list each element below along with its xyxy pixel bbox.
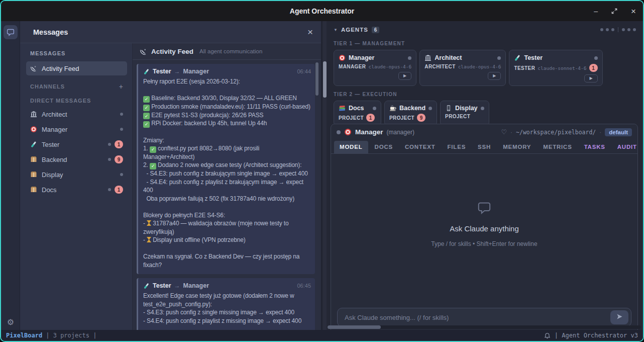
bell-icon[interactable] (544, 332, 551, 339)
agent-card-architect[interactable]: Architect ARCHITECT claude-opus-4-6 ▶ (419, 50, 506, 86)
dm-name: Tester (42, 141, 59, 148)
agent-card-tester[interactable]: Tester TESTER claude-sonnet-4-6 1 ▶ (509, 50, 602, 86)
check-icon: ✓ (150, 146, 156, 153)
app-window: Agent Orchestrator – × ⚙ Messages (0, 0, 644, 342)
check-icon: ✓ (143, 113, 150, 119)
heart-icon[interactable]: ♡ (501, 128, 507, 136)
phone-icon (445, 105, 452, 112)
panel-scrollbar-thumb[interactable] (323, 61, 327, 98)
panel-scrollbar (323, 21, 327, 330)
message-sender: Tester (153, 68, 171, 75)
messages-panel-header: Messages × (20, 21, 321, 43)
activity-feed-header: Activity Feed All agent communication (133, 43, 321, 60)
feed-title: Activity Feed (151, 48, 193, 55)
building-icon (424, 54, 432, 61)
agents-section-header[interactable]: ▼ AGENTS 6 (331, 24, 638, 35)
message-card: Tester → Manager 06:44 Pełny raport E2E … (137, 64, 315, 274)
agent-role: TESTER (514, 65, 535, 71)
agents-status-dots[interactable] (600, 27, 638, 32)
sidebar-item-activity-feed[interactable]: Activity Feed (26, 61, 127, 75)
agent-model: claude-opus-4-6 (368, 64, 411, 69)
send-button[interactable] (610, 310, 628, 324)
sidebar-item-label: Activity Feed (42, 65, 79, 72)
play-icon: ▶ (403, 73, 406, 78)
sidebar-item-display[interactable]: Display (27, 167, 126, 182)
testtube-icon (514, 54, 521, 61)
settings-button[interactable]: ⚙ (1, 317, 20, 327)
hourglass-icon (147, 237, 151, 242)
feed-scrollbar-thumb[interactable] (315, 62, 318, 96)
status-bar: PixelBoard | 3 projects | | Agent Orches… (1, 330, 643, 341)
close-icon[interactable]: × (307, 27, 313, 37)
agent-card-display[interactable]: Display PROJECT (440, 101, 489, 126)
arrow-right-icon: → (174, 68, 180, 75)
agent-name: Display (455, 105, 477, 112)
run-agent-button[interactable]: ▶ (398, 72, 411, 80)
chat-input[interactable] (345, 314, 610, 321)
tab-docs[interactable]: DOCS (369, 141, 398, 153)
separator-dot: · (599, 129, 601, 136)
agent-detail-panel: Manager (manager) ♡ · ~/workspace/pixelb… (331, 124, 638, 342)
sidebar-item-tester[interactable]: Tester 1 (27, 137, 126, 152)
target-icon (339, 54, 346, 61)
target-icon (30, 126, 37, 133)
messages-rail-button[interactable] (4, 25, 18, 39)
tier1-cards: Manager MANAGER claude-opus-4-6 ▶ Arc (331, 50, 638, 86)
unread-badge: 1 (115, 140, 123, 148)
tier2-cards: Docs PROJECT 1 Backend (331, 101, 638, 126)
dm-name: Docs (42, 186, 57, 194)
tab-metrics[interactable]: METRICS (538, 141, 577, 153)
feed-message-list: Tester → Manager 06:44 Pełny raport E2E … (133, 60, 321, 330)
agent-name: Architect (435, 54, 462, 61)
titlebar: Agent Orchestrator – × (1, 1, 643, 21)
sidebar-item-backend[interactable]: Backend 9 (27, 152, 126, 167)
close-window-icon[interactable]: × (631, 7, 636, 16)
tab-ssh[interactable]: SSH (472, 141, 496, 153)
channels-section: CHANNELS + (30, 82, 123, 91)
activity-feed: Activity Feed All agent communication Te… (133, 43, 321, 330)
package-icon (30, 186, 37, 193)
tab-tasks[interactable]: TASKS (579, 141, 611, 153)
agent-name: Docs (349, 105, 364, 112)
dm-name: Backend (42, 156, 67, 163)
testtube-icon (143, 68, 150, 75)
package-icon (30, 171, 37, 178)
horizontal-scrollbar-thumb[interactable] (328, 325, 381, 329)
agents-count-badge: 6 (372, 27, 380, 33)
minimize-icon[interactable]: – (594, 8, 598, 15)
sidebar-item-docs[interactable]: Docs 1 (27, 182, 126, 197)
tab-context[interactable]: CONTEXT (399, 141, 441, 153)
tab-files[interactable]: FILES (442, 141, 472, 153)
window-title: Agent Orchestrator (290, 7, 354, 15)
statusbar-projects: | 3 projects | (46, 332, 96, 339)
sidebar-item-manager[interactable]: Manager (27, 122, 126, 137)
agent-card-manager[interactable]: Manager MANAGER claude-opus-4-6 ▶ (334, 50, 416, 86)
message-card: Tester → Manager 06:45 Excellent! Edge c… (137, 278, 315, 330)
agent-name: Manager (349, 54, 374, 61)
add-channel-icon[interactable]: + (119, 82, 123, 91)
run-agent-button[interactable]: ▶ (584, 74, 597, 82)
session-badge[interactable]: default (605, 128, 632, 136)
agent-card-docs[interactable]: Docs PROJECT 1 (334, 101, 381, 126)
books-icon (339, 105, 346, 112)
messages-section-label: MESSAGES (30, 50, 123, 56)
dm-section: DIRECT MESSAGES (30, 98, 123, 104)
tab-memory[interactable]: MEMORY (497, 141, 536, 153)
building-icon (30, 111, 37, 118)
dm-label: DIRECT MESSAGES (30, 98, 91, 104)
agent-card-backend[interactable]: Backend PROJECT 9 (384, 101, 437, 126)
messages-panel: Messages × MESSAGES Activity Feed CHANNE… (20, 21, 321, 330)
tab-model[interactable]: MODEL (334, 141, 368, 153)
hourglass-icon (147, 220, 151, 226)
presence-dot (337, 130, 341, 134)
agent-role: PROJECT (339, 115, 364, 121)
run-agent-button[interactable]: ▶ (488, 72, 501, 80)
message-recipient: Manager (183, 282, 209, 289)
message-body: Excellent! Edge case testy już gotowe (d… (143, 292, 311, 330)
workspace-path: ~/workspace/pixelboard/ (516, 129, 596, 136)
maximize-icon[interactable] (611, 8, 617, 14)
feed-subtitle: All agent communication (199, 48, 262, 54)
sidebar-item-architect[interactable]: Architect (27, 107, 126, 122)
testtube-icon (143, 283, 150, 289)
tab-audit[interactable]: AUDIT (612, 141, 638, 153)
